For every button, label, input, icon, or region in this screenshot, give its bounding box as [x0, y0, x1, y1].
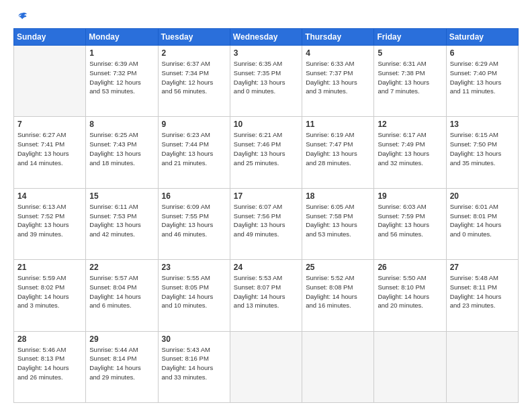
day-number: 29 [89, 334, 154, 344]
calendar-day-cell: 21Sunrise: 5:59 AM Sunset: 8:02 PM Dayli… [14, 260, 86, 331]
day-number: 12 [378, 120, 442, 129]
calendar-day-cell [14, 46, 86, 117]
day-info: Sunrise: 5:53 AM Sunset: 8:07 PM Dayligh… [234, 273, 298, 310]
calendar-week-row: 1Sunrise: 6:39 AM Sunset: 7:32 PM Daylig… [14, 46, 519, 117]
calendar-day-cell: 15Sunrise: 6:11 AM Sunset: 7:53 PM Dayli… [86, 188, 158, 259]
day-info: Sunrise: 5:46 AM Sunset: 8:13 PM Dayligh… [17, 345, 82, 382]
calendar-week-row: 7Sunrise: 6:27 AM Sunset: 7:41 PM Daylig… [14, 117, 519, 188]
calendar-day-cell: 12Sunrise: 6:17 AM Sunset: 7:49 PM Dayli… [374, 117, 446, 188]
day-info: Sunrise: 5:44 AM Sunset: 8:14 PM Dayligh… [89, 345, 154, 382]
calendar-day-cell: 6Sunrise: 6:29 AM Sunset: 7:40 PM Daylig… [446, 46, 518, 117]
calendar-day-cell: 30Sunrise: 5:43 AM Sunset: 8:16 PM Dayli… [158, 331, 230, 402]
day-number: 28 [17, 334, 82, 344]
day-info: Sunrise: 5:57 AM Sunset: 8:04 PM Dayligh… [89, 273, 154, 310]
calendar-day-cell: 11Sunrise: 6:19 AM Sunset: 7:47 PM Dayli… [302, 117, 374, 188]
calendar-day-header: Tuesday [158, 29, 230, 46]
day-number: 19 [378, 191, 442, 201]
calendar-table: SundayMondayTuesdayWednesdayThursdayFrid… [13, 28, 519, 403]
day-number: 7 [17, 120, 82, 129]
calendar-day-cell: 8Sunrise: 6:25 AM Sunset: 7:43 PM Daylig… [86, 117, 158, 188]
calendar-day-cell: 4Sunrise: 6:33 AM Sunset: 7:37 PM Daylig… [302, 46, 374, 117]
day-info: Sunrise: 6:11 AM Sunset: 7:53 PM Dayligh… [89, 202, 154, 239]
day-info: Sunrise: 5:48 AM Sunset: 8:11 PM Dayligh… [450, 273, 515, 310]
calendar-day-cell: 29Sunrise: 5:44 AM Sunset: 8:14 PM Dayli… [86, 331, 158, 402]
day-info: Sunrise: 6:39 AM Sunset: 7:32 PM Dayligh… [89, 59, 154, 96]
calendar-day-cell [446, 331, 518, 402]
day-info: Sunrise: 6:19 AM Sunset: 7:47 PM Dayligh… [306, 130, 370, 167]
calendar-day-cell [230, 331, 302, 402]
calendar-day-cell: 14Sunrise: 6:13 AM Sunset: 7:52 PM Dayli… [14, 188, 86, 259]
calendar-day-cell: 3Sunrise: 6:35 AM Sunset: 7:35 PM Daylig… [230, 46, 302, 117]
day-number: 4 [306, 48, 370, 58]
calendar-day-cell: 2Sunrise: 6:37 AM Sunset: 7:34 PM Daylig… [158, 46, 230, 117]
calendar-day-cell: 5Sunrise: 6:31 AM Sunset: 7:38 PM Daylig… [374, 46, 446, 117]
day-info: Sunrise: 6:05 AM Sunset: 7:58 PM Dayligh… [306, 202, 370, 239]
day-info: Sunrise: 6:37 AM Sunset: 7:34 PM Dayligh… [162, 59, 226, 96]
day-info: Sunrise: 6:31 AM Sunset: 7:38 PM Dayligh… [378, 59, 442, 96]
calendar-day-header: Wednesday [230, 29, 302, 46]
calendar-day-header: Saturday [446, 29, 518, 46]
day-info: Sunrise: 6:09 AM Sunset: 7:55 PM Dayligh… [162, 202, 226, 239]
day-number: 25 [306, 263, 370, 272]
day-info: Sunrise: 5:50 AM Sunset: 8:10 PM Dayligh… [378, 273, 442, 310]
calendar-day-cell: 26Sunrise: 5:50 AM Sunset: 8:10 PM Dayli… [374, 260, 446, 331]
logo [13, 11, 28, 23]
day-number: 11 [306, 120, 370, 129]
calendar-day-cell: 9Sunrise: 6:23 AM Sunset: 7:44 PM Daylig… [158, 117, 230, 188]
day-info: Sunrise: 6:29 AM Sunset: 7:40 PM Dayligh… [450, 59, 515, 96]
day-number: 17 [234, 191, 298, 201]
calendar-day-cell: 7Sunrise: 6:27 AM Sunset: 7:41 PM Daylig… [14, 117, 86, 188]
calendar-day-header: Monday [86, 29, 158, 46]
day-number: 2 [162, 48, 226, 58]
calendar-day-header: Thursday [302, 29, 374, 46]
calendar-day-cell [302, 331, 374, 402]
day-info: Sunrise: 6:23 AM Sunset: 7:44 PM Dayligh… [162, 130, 226, 167]
day-info: Sunrise: 6:35 AM Sunset: 7:35 PM Dayligh… [234, 59, 298, 96]
day-info: Sunrise: 6:07 AM Sunset: 7:56 PM Dayligh… [234, 202, 298, 239]
day-number: 27 [450, 263, 515, 272]
calendar-week-row: 21Sunrise: 5:59 AM Sunset: 8:02 PM Dayli… [14, 260, 519, 331]
day-number: 3 [234, 48, 298, 58]
calendar-day-cell: 17Sunrise: 6:07 AM Sunset: 7:56 PM Dayli… [230, 188, 302, 259]
day-number: 10 [234, 120, 298, 129]
day-info: Sunrise: 6:17 AM Sunset: 7:49 PM Dayligh… [378, 130, 442, 167]
calendar-day-cell: 1Sunrise: 6:39 AM Sunset: 7:32 PM Daylig… [86, 46, 158, 117]
calendar-day-cell [374, 331, 446, 402]
day-number: 9 [162, 120, 226, 129]
day-number: 21 [17, 263, 82, 272]
calendar-day-cell: 18Sunrise: 6:05 AM Sunset: 7:58 PM Dayli… [302, 188, 374, 259]
calendar-day-cell: 16Sunrise: 6:09 AM Sunset: 7:55 PM Dayli… [158, 188, 230, 259]
day-info: Sunrise: 5:59 AM Sunset: 8:02 PM Dayligh… [17, 273, 82, 310]
calendar-day-cell: 24Sunrise: 5:53 AM Sunset: 8:07 PM Dayli… [230, 260, 302, 331]
calendar-week-row: 28Sunrise: 5:46 AM Sunset: 8:13 PM Dayli… [14, 331, 519, 402]
day-info: Sunrise: 6:25 AM Sunset: 7:43 PM Dayligh… [89, 130, 154, 167]
day-number: 14 [17, 191, 82, 201]
day-info: Sunrise: 5:55 AM Sunset: 8:05 PM Dayligh… [162, 273, 226, 310]
day-info: Sunrise: 6:27 AM Sunset: 7:41 PM Dayligh… [17, 130, 82, 167]
day-number: 15 [89, 191, 154, 201]
day-number: 6 [450, 48, 515, 58]
calendar-day-cell: 13Sunrise: 6:15 AM Sunset: 7:50 PM Dayli… [446, 117, 518, 188]
calendar-day-cell: 25Sunrise: 5:52 AM Sunset: 8:08 PM Dayli… [302, 260, 374, 331]
day-number: 13 [450, 120, 515, 129]
day-info: Sunrise: 5:52 AM Sunset: 8:08 PM Dayligh… [306, 273, 370, 310]
page: SundayMondayTuesdayWednesdayThursdayFrid… [0, 0, 532, 411]
calendar-day-cell: 27Sunrise: 5:48 AM Sunset: 8:11 PM Dayli… [446, 260, 518, 331]
calendar-week-row: 14Sunrise: 6:13 AM Sunset: 7:52 PM Dayli… [14, 188, 519, 259]
day-number: 8 [89, 120, 154, 129]
day-number: 23 [162, 263, 226, 272]
day-info: Sunrise: 6:21 AM Sunset: 7:46 PM Dayligh… [234, 130, 298, 167]
logo-bird-icon [16, 11, 28, 23]
day-number: 1 [89, 48, 154, 58]
calendar-day-cell: 28Sunrise: 5:46 AM Sunset: 8:13 PM Dayli… [14, 331, 86, 402]
header [13, 11, 519, 23]
day-number: 16 [162, 191, 226, 201]
day-info: Sunrise: 6:15 AM Sunset: 7:50 PM Dayligh… [450, 130, 515, 167]
calendar-day-cell: 19Sunrise: 6:03 AM Sunset: 7:59 PM Dayli… [374, 188, 446, 259]
day-info: Sunrise: 5:43 AM Sunset: 8:16 PM Dayligh… [162, 345, 226, 382]
day-number: 26 [378, 263, 442, 272]
day-number: 24 [234, 263, 298, 272]
day-number: 22 [89, 263, 154, 272]
day-number: 18 [306, 191, 370, 201]
calendar-day-cell: 10Sunrise: 6:21 AM Sunset: 7:46 PM Dayli… [230, 117, 302, 188]
